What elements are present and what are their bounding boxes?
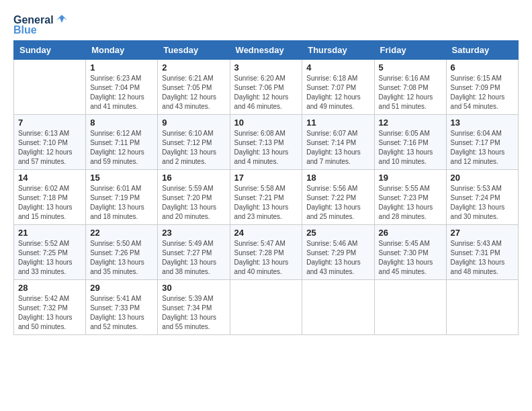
- day-info: Sunrise: 6:08 AM Sunset: 7:13 PM Dayligh…: [234, 129, 298, 167]
- day-info: Sunrise: 5:46 AM Sunset: 7:29 PM Dayligh…: [306, 239, 369, 277]
- day-info: Sunrise: 6:15 AM Sunset: 7:09 PM Dayligh…: [451, 74, 514, 111]
- calendar-header-cell: Friday: [374, 41, 446, 60]
- calendar-day-cell: [374, 280, 446, 335]
- calendar-day-cell: 25Sunrise: 5:46 AM Sunset: 7:29 PM Dayli…: [302, 225, 374, 280]
- day-info: Sunrise: 6:20 AM Sunset: 7:06 PM Dayligh…: [234, 74, 298, 111]
- calendar-week-row: 14Sunrise: 6:02 AM Sunset: 7:18 PM Dayli…: [14, 170, 519, 225]
- calendar-day-cell: 7Sunrise: 6:13 AM Sunset: 7:10 PM Daylig…: [14, 115, 86, 170]
- day-info: Sunrise: 6:01 AM Sunset: 7:19 PM Dayligh…: [90, 184, 153, 222]
- calendar-day-cell: 1Sunrise: 6:23 AM Sunset: 7:04 PM Daylig…: [86, 60, 158, 115]
- calendar-day-cell: 11Sunrise: 6:07 AM Sunset: 7:14 PM Dayli…: [302, 115, 374, 170]
- day-number: 28: [18, 283, 81, 293]
- svg-marker-0: [56, 15, 67, 23]
- day-info: Sunrise: 5:58 AM Sunset: 7:21 PM Dayligh…: [234, 184, 298, 222]
- calendar-day-cell: [302, 280, 374, 335]
- day-info: Sunrise: 6:21 AM Sunset: 7:05 PM Dayligh…: [162, 74, 225, 111]
- day-number: 18: [306, 173, 369, 183]
- calendar-day-cell: 8Sunrise: 6:12 AM Sunset: 7:11 PM Daylig…: [86, 115, 158, 170]
- calendar-header-cell: Saturday: [446, 41, 518, 60]
- day-number: 13: [451, 118, 514, 128]
- calendar-header-cell: Wednesday: [230, 41, 302, 60]
- day-number: 6: [451, 62, 514, 73]
- calendar-day-cell: 15Sunrise: 6:01 AM Sunset: 7:19 PM Dayli…: [86, 170, 158, 225]
- day-number: 10: [234, 118, 298, 128]
- calendar-day-cell: [14, 60, 86, 115]
- day-number: 29: [90, 283, 153, 293]
- day-number: 20: [451, 173, 514, 183]
- day-number: 25: [306, 228, 369, 238]
- day-number: 2: [162, 62, 225, 73]
- calendar-day-cell: 27Sunrise: 5:43 AM Sunset: 7:31 PM Dayli…: [446, 225, 518, 280]
- page-header: General Blue: [13, 13, 519, 36]
- day-number: 22: [90, 228, 153, 238]
- calendar-day-cell: 16Sunrise: 5:59 AM Sunset: 7:20 PM Dayli…: [158, 170, 230, 225]
- day-number: 3: [234, 62, 298, 73]
- day-info: Sunrise: 6:13 AM Sunset: 7:10 PM Dayligh…: [18, 129, 81, 167]
- calendar-week-row: 1Sunrise: 6:23 AM Sunset: 7:04 PM Daylig…: [14, 60, 519, 115]
- calendar-day-cell: 13Sunrise: 6:04 AM Sunset: 7:17 PM Dayli…: [446, 115, 518, 170]
- day-info: Sunrise: 5:50 AM Sunset: 7:26 PM Dayligh…: [90, 239, 153, 277]
- day-info: Sunrise: 5:47 AM Sunset: 7:28 PM Dayligh…: [234, 239, 298, 277]
- day-number: 30: [162, 283, 225, 293]
- day-info: Sunrise: 5:49 AM Sunset: 7:27 PM Dayligh…: [162, 239, 225, 277]
- calendar-day-cell: 12Sunrise: 6:05 AM Sunset: 7:16 PM Dayli…: [374, 115, 446, 170]
- day-number: 19: [379, 173, 442, 183]
- calendar-day-cell: 6Sunrise: 6:15 AM Sunset: 7:09 PM Daylig…: [446, 60, 518, 115]
- calendar-week-row: 7Sunrise: 6:13 AM Sunset: 7:10 PM Daylig…: [14, 115, 519, 170]
- calendar-day-cell: 21Sunrise: 5:52 AM Sunset: 7:25 PM Dayli…: [14, 225, 86, 280]
- logo-text-blue: Blue: [13, 24, 37, 36]
- calendar-day-cell: 28Sunrise: 5:42 AM Sunset: 7:32 PM Dayli…: [14, 280, 86, 335]
- calendar-week-row: 28Sunrise: 5:42 AM Sunset: 7:32 PM Dayli…: [14, 280, 519, 335]
- calendar-header-cell: Sunday: [14, 41, 86, 60]
- day-info: Sunrise: 6:04 AM Sunset: 7:17 PM Dayligh…: [451, 129, 514, 167]
- logo: General Blue: [13, 13, 69, 36]
- day-info: Sunrise: 5:43 AM Sunset: 7:31 PM Dayligh…: [451, 239, 514, 277]
- calendar-day-cell: 14Sunrise: 6:02 AM Sunset: 7:18 PM Dayli…: [14, 170, 86, 225]
- day-info: Sunrise: 5:52 AM Sunset: 7:25 PM Dayligh…: [18, 239, 81, 277]
- calendar-header-cell: Monday: [86, 41, 158, 60]
- calendar-body: 1Sunrise: 6:23 AM Sunset: 7:04 PM Daylig…: [14, 60, 519, 335]
- day-number: 1: [90, 62, 153, 73]
- day-info: Sunrise: 6:23 AM Sunset: 7:04 PM Dayligh…: [90, 74, 153, 111]
- calendar-day-cell: 26Sunrise: 5:45 AM Sunset: 7:30 PM Dayli…: [374, 225, 446, 280]
- day-info: Sunrise: 5:45 AM Sunset: 7:30 PM Dayligh…: [379, 239, 442, 277]
- calendar-day-cell: 23Sunrise: 5:49 AM Sunset: 7:27 PM Dayli…: [158, 225, 230, 280]
- day-number: 14: [18, 173, 81, 183]
- day-info: Sunrise: 6:18 AM Sunset: 7:07 PM Dayligh…: [306, 74, 369, 111]
- calendar-day-cell: [446, 280, 518, 335]
- day-info: Sunrise: 6:16 AM Sunset: 7:08 PM Dayligh…: [379, 74, 442, 111]
- day-info: Sunrise: 5:59 AM Sunset: 7:20 PM Dayligh…: [162, 184, 225, 222]
- day-info: Sunrise: 5:41 AM Sunset: 7:33 PM Dayligh…: [90, 294, 153, 332]
- day-info: Sunrise: 5:42 AM Sunset: 7:32 PM Dayligh…: [18, 294, 81, 332]
- calendar-day-cell: 30Sunrise: 5:39 AM Sunset: 7:34 PM Dayli…: [158, 280, 230, 335]
- logo-bird-icon: [55, 13, 69, 27]
- day-number: 12: [379, 118, 442, 128]
- calendar-table: SundayMondayTuesdayWednesdayThursdayFrid…: [13, 40, 519, 335]
- day-info: Sunrise: 5:39 AM Sunset: 7:34 PM Dayligh…: [162, 294, 225, 332]
- calendar-day-cell: 3Sunrise: 6:20 AM Sunset: 7:06 PM Daylig…: [230, 60, 302, 115]
- day-number: 7: [18, 118, 81, 128]
- calendar-day-cell: [230, 280, 302, 335]
- day-number: 11: [306, 118, 369, 128]
- day-number: 4: [306, 62, 369, 73]
- calendar-header-cell: Tuesday: [158, 41, 230, 60]
- calendar-header-row: SundayMondayTuesdayWednesdayThursdayFrid…: [14, 41, 519, 60]
- calendar-day-cell: 29Sunrise: 5:41 AM Sunset: 7:33 PM Dayli…: [86, 280, 158, 335]
- day-number: 26: [379, 228, 442, 238]
- day-info: Sunrise: 6:10 AM Sunset: 7:12 PM Dayligh…: [162, 129, 225, 167]
- day-number: 9: [162, 118, 225, 128]
- day-number: 8: [90, 118, 153, 128]
- day-info: Sunrise: 6:05 AM Sunset: 7:16 PM Dayligh…: [379, 129, 442, 167]
- calendar-day-cell: 22Sunrise: 5:50 AM Sunset: 7:26 PM Dayli…: [86, 225, 158, 280]
- calendar-day-cell: 2Sunrise: 6:21 AM Sunset: 7:05 PM Daylig…: [158, 60, 230, 115]
- logo-container: General Blue: [13, 13, 69, 36]
- day-info: Sunrise: 5:56 AM Sunset: 7:22 PM Dayligh…: [306, 184, 369, 222]
- calendar-day-cell: 20Sunrise: 5:53 AM Sunset: 7:24 PM Dayli…: [446, 170, 518, 225]
- day-info: Sunrise: 6:07 AM Sunset: 7:14 PM Dayligh…: [306, 129, 369, 167]
- day-info: Sunrise: 5:53 AM Sunset: 7:24 PM Dayligh…: [451, 184, 514, 222]
- day-number: 24: [234, 228, 298, 238]
- calendar-week-row: 21Sunrise: 5:52 AM Sunset: 7:25 PM Dayli…: [14, 225, 519, 280]
- calendar-day-cell: 5Sunrise: 6:16 AM Sunset: 7:08 PM Daylig…: [374, 60, 446, 115]
- day-number: 27: [451, 228, 514, 238]
- day-number: 5: [379, 62, 442, 73]
